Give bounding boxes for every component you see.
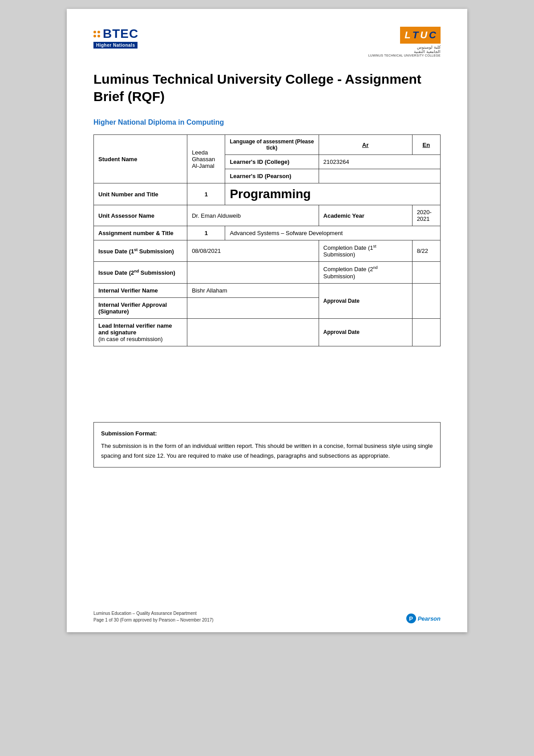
academic-year-label: Academic Year	[319, 205, 412, 226]
unit-number-value: 1	[187, 183, 225, 205]
spacer	[93, 360, 441, 413]
lead-verifier-label: Lead Internal verifier name and signatur…	[94, 318, 187, 346]
footer: Luminus Education – Quality Assurance De…	[93, 610, 441, 623]
student-name-label: Student Name	[94, 135, 187, 183]
lead-verifier-row: Lead Internal verifier name and signatur…	[94, 318, 441, 346]
learner-id-pearson-label: Learner's ID (Pearson)	[225, 169, 319, 183]
academic-year-value: 2020-2021	[412, 205, 440, 226]
ltuc-box: L T U C	[400, 27, 441, 44]
issue-date-2-row: Issue Date (2nd Submission) Completion D…	[94, 262, 441, 283]
ltuc-T: T	[413, 29, 418, 41]
issue-date-2-value	[187, 262, 319, 283]
btec-text: BTEC	[103, 27, 138, 41]
btec-dots	[93, 31, 100, 37]
ltuc-U: U	[420, 29, 427, 41]
section-subtitle: Higher National Diploma in Computing	[93, 118, 441, 126]
ltuc-C: C	[429, 29, 436, 41]
submission-format-box: Submission Format: The submission is in …	[93, 422, 441, 467]
ltuc-arabic: كلية لومينوس الجامعية التقنية LUMINUS TE…	[368, 45, 441, 57]
page: BTEC Higher Nationals L T U C كلية لومين…	[67, 9, 467, 632]
issue-date-1-value: 08/08/2021	[187, 240, 319, 262]
ltuc-logo: L T U C كلية لومينوس الجامعية التقنية LU…	[368, 27, 441, 57]
header: BTEC Higher Nationals L T U C كلية لومين…	[93, 27, 441, 57]
lang-ar: Ar	[319, 135, 412, 155]
language-label: Language of assessment (Please tick)	[225, 135, 319, 155]
approval-date-value	[412, 283, 440, 318]
pearson-text: Pearson	[418, 615, 441, 622]
lead-approval-date-value	[412, 318, 440, 346]
main-table: Student Name Leeda Ghassan Al-Jamal Lang…	[93, 134, 441, 346]
learner-id-pearson-value	[319, 169, 440, 183]
assignment-num-label: Assignment number & Title	[94, 226, 187, 240]
completion-date-1-value: 8/22	[412, 240, 440, 262]
internal-verifier-label: Internal Verifier Name	[94, 283, 187, 297]
issue-date-1-label: Issue Date (1st Submission)	[94, 240, 187, 262]
issue-date-1-row: Issue Date (1st Submission) 08/08/2021 C…	[94, 240, 441, 262]
pearson-icon: P	[406, 614, 416, 623]
footer-line1: Luminus Education – Quality Assurance De…	[93, 610, 214, 617]
page-title: Luminus Technical University College - A…	[93, 70, 441, 105]
completion-date-1-label: Completion Date (1st Submission)	[319, 240, 412, 262]
ltuc-L: L	[405, 29, 410, 41]
issue-date-2-label: Issue Date (2nd Submission)	[94, 262, 187, 283]
pearson-logo: P Pearson	[406, 614, 441, 623]
learner-id-college-label: Learner's ID (College)	[225, 155, 319, 169]
unit-title-value: Programming	[225, 183, 441, 205]
lead-approval-date-label: Approval Date	[319, 318, 412, 346]
footer-line2: Page 1 of 30 (Form approved by Pearson –…	[93, 617, 214, 623]
assignment-num-value: 1	[187, 226, 225, 240]
footer-left: Luminus Education – Quality Assurance De…	[93, 610, 214, 623]
student-name-value: Leeda Ghassan Al-Jamal	[187, 135, 225, 183]
student-name-row: Student Name Leeda Ghassan Al-Jamal Lang…	[94, 135, 441, 155]
unit-assessor-value: Dr. Eman Alduweib	[187, 205, 319, 226]
btec-logo: BTEC Higher Nationals	[93, 27, 138, 49]
assessor-row: Unit Assessor Name Dr. Eman Alduweib Aca…	[94, 205, 441, 226]
lead-verifier-signature	[187, 318, 319, 346]
submission-format-title: Submission Format:	[101, 429, 433, 439]
internal-verifier-row: Internal Verifier Name Bishr Allaham App…	[94, 283, 441, 297]
submission-format-text: The submission is in the form of an indi…	[101, 441, 433, 461]
internal-verifier-value: Bishr Allaham	[187, 283, 319, 297]
completion-date-2-value	[412, 262, 440, 283]
assignment-row: Assignment number & Title 1 Advanced Sys…	[94, 226, 441, 240]
internal-verifier-approval-label: Internal Verifier Approval (Signature)	[94, 297, 187, 318]
unit-number-label: Unit Number and Title	[94, 183, 187, 205]
unit-assessor-label: Unit Assessor Name	[94, 205, 187, 226]
lang-en: En	[412, 135, 440, 155]
unit-number-row: Unit Number and Title 1 Programming	[94, 183, 441, 205]
approval-date-label: Approval Date	[319, 283, 412, 318]
btec-subtitle: Higher Nationals	[93, 42, 138, 49]
learner-id-college-value: 21023264	[319, 155, 440, 169]
completion-date-2-label: Completion Date (2nd Submission)	[319, 262, 412, 283]
assignment-title-value: Advanced Systems – Sofware Development	[225, 226, 441, 240]
internal-verifier-approval-value	[187, 297, 319, 318]
